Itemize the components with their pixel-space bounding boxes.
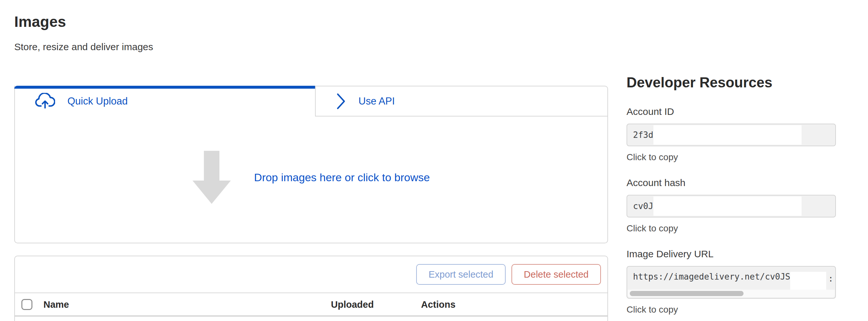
redaction-overlay (653, 125, 802, 145)
delete-selected-button[interactable]: Delete selected (512, 264, 601, 285)
image-delivery-url-field[interactable]: https://imagedelivery.net/cv0JS : (626, 266, 836, 299)
developer-resources-title: Developer Resources (626, 74, 836, 91)
image-list-card: Export selected Delete selected Name Upl… (14, 256, 608, 321)
account-id-label: Account ID (626, 106, 836, 117)
column-header-actions: Actions (421, 299, 455, 310)
account-id-field[interactable]: 2f3d (626, 123, 836, 146)
account-hash-group: Account hash cv0J Click to copy (626, 177, 836, 234)
image-dropzone[interactable]: Drop images here or click to browse (14, 116, 608, 243)
image-delivery-url-group: Image Delivery URL https://imagedelivery… (626, 249, 836, 315)
image-delivery-url-value: https://imagedelivery.net/cv0JS (633, 272, 790, 282)
bulk-actions-row: Export selected Delete selected (15, 256, 608, 292)
image-delivery-url-tail: : (828, 274, 833, 283)
account-hash-copy-hint: Click to copy (626, 223, 836, 234)
account-hash-label: Account hash (626, 177, 836, 188)
account-id-copy-hint: Click to copy (626, 152, 836, 163)
table-header-row: Name Uploaded Actions (15, 292, 608, 317)
image-delivery-url-label: Image Delivery URL (626, 249, 836, 259)
account-id-group: Account ID 2f3d Click to copy (626, 106, 836, 163)
url-scrollbar-thumb[interactable] (630, 291, 744, 296)
column-header-uploaded: Uploaded (331, 299, 374, 310)
page-title: Images (14, 13, 66, 30)
cloud-upload-icon (35, 93, 55, 110)
redaction-overlay (653, 197, 802, 216)
chevron-right-icon (336, 93, 346, 110)
account-hash-value: cv0J (633, 201, 653, 211)
select-all-checkbox[interactable] (21, 299, 32, 310)
tab-label-quick-upload: Quick Upload (67, 96, 128, 107)
url-scrollbar-track (628, 290, 835, 297)
export-selected-button[interactable]: Export selected (416, 264, 506, 285)
tab-bar: Quick Upload Use API (14, 86, 608, 116)
column-header-name: Name (43, 299, 69, 310)
image-delivery-url-copy-hint: Click to copy (626, 305, 836, 315)
dropzone-label: Drop images here or click to browse (254, 171, 430, 184)
account-hash-field[interactable]: cv0J (626, 195, 836, 217)
dropzone-content: Drop images here or click to browse (192, 151, 430, 204)
tab-use-api[interactable]: Use API (315, 86, 608, 116)
tab-label-use-api: Use API (359, 96, 395, 107)
upload-card: Quick Upload Use API Drop images here or… (14, 86, 608, 243)
down-arrow-icon (192, 151, 231, 204)
developer-resources-panel: Developer Resources Account ID 2f3d Clic… (626, 74, 836, 321)
account-id-value: 2f3d (633, 130, 653, 140)
tab-quick-upload[interactable]: Quick Upload (14, 86, 315, 116)
page-subtitle: Store, resize and deliver images (14, 41, 153, 52)
